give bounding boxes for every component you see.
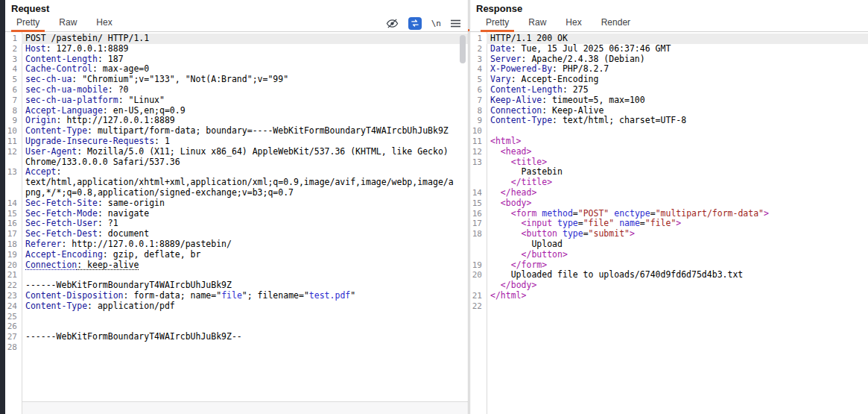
code-row[interactable]: 14 </head> [470, 188, 868, 198]
code-text: </form> [487, 260, 868, 271]
code-row[interactable]: 10 [470, 126, 868, 137]
code-row[interactable]: 27------WebKitFormBoundaryT4WAIrcbUhJuBk… [5, 332, 468, 342]
code-row[interactable]: 16Sec-Fetch-User: ?1 [5, 219, 468, 229]
response-tab-pretty[interactable]: Pretty [486, 15, 509, 31]
request-tab-pretty[interactable]: Pretty [16, 15, 39, 31]
menu-icon[interactable] [451, 19, 460, 28]
code-row[interactable]: 10Content-Type: multipart/form-data; bou… [5, 126, 468, 137]
code-text: </html> [487, 291, 868, 301]
code-row[interactable]: 8Connection: Keep-Alive [470, 106, 868, 116]
request-horizontal-scrollbar[interactable] [22, 401, 468, 414]
code-row[interactable]: </body> [470, 280, 868, 291]
request-editor[interactable]: 1POST /pastebin/ HTTP/1.12Host: 127.0.0.… [5, 32, 468, 414]
code-text: Sec-Fetch-Dest: document [22, 229, 468, 239]
code-row[interactable]: 16 <form method="POST" enctype="multipar… [470, 209, 868, 219]
code-row[interactable]: 4X-Powered-By: PHP/8.2.7 [470, 64, 868, 75]
code-row[interactable]: 11Upgrade-Insecure-Requests: 1 [5, 137, 468, 147]
line-number: 19 [470, 260, 487, 271]
code-row[interactable]: 20 Uploaded file to uploads/6740d9fd6d75… [470, 270, 868, 280]
code-row[interactable]: 20Connection: keep-alive [5, 260, 468, 271]
line-number: 10 [5, 126, 22, 137]
code-row[interactable]: 7sec-ch-ua-platform: "Linux" [5, 95, 468, 106]
response-tab-hex[interactable]: Hex [566, 15, 581, 31]
code-row[interactable]: 22------WebKitFormBoundaryT4WAIrcbUhJuBk… [5, 280, 468, 291]
newline-icon[interactable]: \n [431, 19, 441, 28]
code-row[interactable]: Chrome/133.0.0.0 Safari/537.36 [5, 157, 468, 168]
response-editor[interactable]: 1HTTP/1.1 200 OK2Date: Tue, 15 Jul 2025 … [470, 32, 868, 414]
code-text: Uploaded file to uploads/6740d9fd6d75d4b… [487, 270, 868, 280]
code-row[interactable]: 26 [5, 322, 468, 332]
code-row[interactable]: 8Accept-Language: en-US,en;q=0.9 [5, 106, 468, 116]
code-row[interactable]: 6sec-ch-ua-mobile: ?0 [5, 85, 468, 95]
code-row[interactable]: 13 <title> [470, 157, 868, 168]
code-row[interactable]: Pastebin [470, 167, 868, 178]
line-number: 3 [470, 54, 487, 65]
code-row[interactable]: text/html,application/xhtml+xml,applicat… [5, 178, 468, 188]
code-row[interactable]: 6Content-Length: 275 [470, 85, 868, 95]
request-vertical-scrollbar[interactable] [460, 35, 466, 63]
line-number: 27 [5, 332, 22, 342]
code-row[interactable]: 3Content-Length: 187 [5, 54, 468, 65]
line-number: 18 [470, 229, 487, 239]
code-row[interactable]: </button> [470, 250, 868, 260]
code-row[interactable]: 3Server: Apache/2.4.38 (Debian) [470, 54, 868, 65]
code-row[interactable]: 17 <input type="file" name="file"> [470, 219, 868, 229]
code-row[interactable]: 15Sec-Fetch-Mode: navigate [5, 209, 468, 219]
code-row[interactable]: 19Accept-Encoding: gzip, deflate, br [5, 250, 468, 260]
code-row[interactable]: 17Sec-Fetch-Dest: document [5, 229, 468, 239]
code-text: Date: Tue, 15 Jul 2025 06:37:46 GMT [487, 44, 868, 54]
line-number: 14 [470, 188, 487, 198]
code-text [22, 270, 468, 280]
line-number: 22 [470, 301, 487, 312]
code-row[interactable]: 21</html> [470, 291, 868, 301]
request-tabbar: PrettyRawHex \n [5, 15, 468, 32]
code-text: </button> [487, 250, 868, 260]
code-row[interactable]: 28 [5, 342, 468, 353]
request-tab-hex[interactable]: Hex [96, 15, 112, 31]
code-row[interactable]: png,*/*;q=0.8,application/signed-exchang… [5, 188, 468, 198]
line-number: 28 [5, 342, 22, 353]
code-text: Connection: keep-alive [22, 260, 468, 271]
code-row[interactable]: 19 </form> [470, 260, 868, 271]
code-text: Content-Length: 187 [22, 54, 468, 65]
code-text: sec-ch-ua-platform: "Linux" [22, 95, 468, 106]
line-number: 15 [5, 209, 22, 219]
colorize-icon[interactable] [408, 17, 422, 30]
line-number [470, 250, 487, 260]
response-tab-render[interactable]: Render [601, 15, 630, 31]
code-row[interactable]: 5sec-ch-ua: "Chromium";v="133", "Not(A:B… [5, 75, 468, 85]
code-row[interactable]: 7Keep-Alive: timeout=5, max=100 [470, 95, 868, 106]
line-number: 8 [5, 106, 22, 116]
code-row[interactable]: 12User-Agent: Mozilla/5.0 (X11; Linux x8… [5, 147, 468, 157]
code-row[interactable]: 9Content-Type: text/html; charset=UTF-8 [470, 116, 868, 126]
code-text: Content-Type: text/html; charset=UTF-8 [487, 116, 868, 126]
code-row[interactable]: 18 <button type="submit"> [470, 229, 868, 239]
line-number: 9 [5, 116, 22, 126]
code-row[interactable]: 9Origin: http://127.0.0.1:8889 [5, 116, 468, 126]
code-text: Content-Type: multipart/form-data; bound… [22, 126, 468, 137]
code-row[interactable]: 2Date: Tue, 15 Jul 2025 06:37:46 GMT [470, 44, 868, 54]
request-tab-raw[interactable]: Raw [59, 15, 77, 31]
code-row[interactable]: 21 [5, 270, 468, 280]
code-row[interactable]: 23Content-Disposition: form-data; name="… [5, 291, 468, 301]
code-row[interactable]: 22 [470, 301, 868, 312]
code-row[interactable]: 13Accept: [5, 167, 468, 178]
code-row[interactable]: </title> [470, 178, 868, 188]
line-number: 11 [5, 137, 22, 147]
code-row[interactable]: 2Host: 127.0.0.1:8889 [5, 44, 468, 54]
code-row[interactable]: 1HTTP/1.1 200 OK [470, 34, 868, 44]
code-row[interactable]: 1POST /pastebin/ HTTP/1.1 [5, 34, 468, 44]
code-row[interactable]: 18Referer: http://127.0.0.1:8889/pastebi… [5, 239, 468, 250]
code-row[interactable]: Upload [470, 239, 868, 250]
code-row[interactable]: 4Cache-Control: max-age=0 [5, 64, 468, 75]
line-number: 6 [470, 85, 487, 95]
code-row[interactable]: 14Sec-Fetch-Site: same-origin [5, 198, 468, 209]
code-row[interactable]: 11<html> [470, 137, 868, 147]
code-row[interactable]: 15 <body> [470, 198, 868, 209]
response-tab-raw[interactable]: Raw [528, 15, 546, 31]
hide-eye-slash-icon[interactable] [386, 18, 399, 29]
code-row[interactable]: 5Vary: Accept-Encoding [470, 75, 868, 85]
code-row[interactable]: 25 [5, 312, 468, 322]
code-row[interactable]: 12 <head> [470, 147, 868, 157]
code-row[interactable]: 24Content-Type: application/pdf [5, 301, 468, 312]
